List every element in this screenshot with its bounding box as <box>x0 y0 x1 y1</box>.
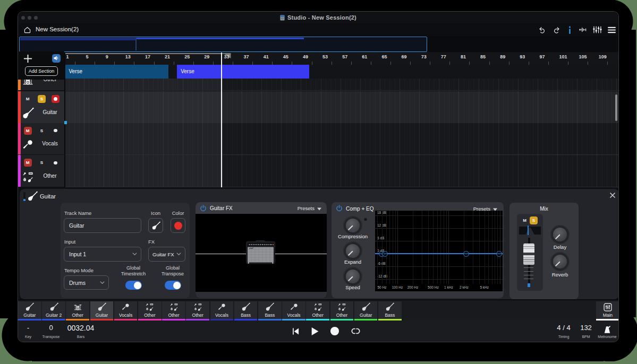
bars-label: Bars <box>77 335 84 339</box>
bar-ruler[interactable]: 1591317212529333741454953576165697377818… <box>64 52 619 65</box>
power-button[interactable] <box>336 205 343 212</box>
section-block[interactable]: Verse <box>177 65 309 79</box>
mute-button[interactable]: M <box>24 159 32 167</box>
eq-graph[interactable]: 18 dB12 dB6 dB0 dB-6 dB-12 dB50 Hz100 Hz… <box>375 211 503 291</box>
bars-value[interactable]: 0032.04 <box>67 324 95 332</box>
add-track-button[interactable] <box>23 54 32 63</box>
redo-button[interactable] <box>551 25 561 34</box>
input-select[interactable]: Input 1 <box>64 247 141 262</box>
track-resize-handle[interactable] <box>64 121 67 124</box>
track-tile[interactable]: Other <box>66 301 89 319</box>
track-tile[interactable]: Other <box>330 301 354 319</box>
icon-label: Icon <box>148 210 163 216</box>
overview-strip <box>18 36 618 52</box>
window-title-group: Studio - New Session(2) <box>18 12 618 23</box>
mix-solo-button[interactable]: S <box>530 216 538 224</box>
track-tile-strip: GuitarGuitar 2OtherGuitarVocalsOtherOthe… <box>18 299 618 320</box>
skip-to-start-button[interactable] <box>290 326 301 336</box>
guitar-icon <box>234 302 258 311</box>
level-meter <box>23 192 26 202</box>
playhead[interactable] <box>221 53 222 187</box>
global-timestretch-toggle[interactable] <box>125 281 142 290</box>
loop-button[interactable] <box>350 326 361 336</box>
track-tile[interactable]: Other <box>186 301 209 319</box>
delay-knob[interactable] <box>553 228 567 241</box>
track-tile[interactable]: Vocals <box>210 301 234 319</box>
timing-value[interactable]: 4 / 4 <box>557 324 570 332</box>
info-button[interactable] <box>565 25 574 34</box>
section-block[interactable]: Verse <box>65 65 169 79</box>
tile-label: Main <box>596 313 619 318</box>
track-color-button[interactable] <box>171 218 185 233</box>
transpose-value[interactable]: 0 <box>49 324 53 332</box>
speed-knob[interactable] <box>346 270 360 283</box>
section-lane[interactable]: VerseVerse <box>64 65 619 79</box>
solo-button[interactable]: S <box>38 127 46 135</box>
track-tile[interactable]: Other <box>306 301 329 319</box>
volume-fader[interactable] <box>523 244 534 265</box>
record-button[interactable] <box>52 159 60 167</box>
eq-band-node[interactable] <box>496 251 502 257</box>
power-button[interactable] <box>200 205 207 212</box>
main-tile[interactable]: Main <box>596 301 619 319</box>
desktop: Studio - New Session(2) New Session(2) <box>0 0 637 364</box>
mic-icon <box>210 302 234 311</box>
track-tile[interactable]: Guitar 2 <box>42 301 65 319</box>
track-tile[interactable]: Guitar <box>90 301 114 319</box>
add-section-button[interactable]: Add Section <box>25 66 58 76</box>
global-transpose-toggle[interactable] <box>165 281 181 290</box>
record-button[interactable] <box>52 127 60 135</box>
track-icon-button[interactable] <box>148 218 163 233</box>
play-button[interactable] <box>309 326 320 336</box>
tile-label: Other <box>162 313 185 318</box>
tempo-mode-select[interactable]: Drums <box>64 275 109 290</box>
song-overview[interactable] <box>19 37 427 52</box>
fx-select[interactable]: Guitar FX <box>148 247 185 262</box>
mute-button[interactable]: M <box>24 127 32 135</box>
expand-knob[interactable] <box>346 244 360 258</box>
timeline-row[interactable] <box>64 91 619 124</box>
solo-button[interactable]: S <box>38 95 46 103</box>
mute-button[interactable]: M <box>24 95 32 103</box>
track-tile[interactable]: Vocals <box>282 301 305 319</box>
track-tile[interactable]: Guitar <box>18 301 41 319</box>
eq-band-node[interactable] <box>463 251 469 257</box>
track-tile[interactable]: Other <box>162 301 185 319</box>
record-dot <box>54 97 58 101</box>
combo-icon <box>186 302 209 311</box>
reverb-knob[interactable] <box>553 255 567 268</box>
mix-mute-button[interactable]: M <box>521 216 529 224</box>
audio-editor-button[interactable] <box>578 25 588 34</box>
close-inspector-button[interactable] <box>609 192 616 198</box>
track-name-input[interactable]: Guitar <box>64 218 141 233</box>
bpm-value[interactable]: 132 <box>580 324 592 332</box>
tile-label: Bass <box>378 313 402 318</box>
eq-band-node[interactable] <box>382 251 388 257</box>
record-button[interactable] <box>52 95 60 103</box>
stop-button[interactable] <box>329 326 340 336</box>
track-header[interactable]: MSOther <box>18 155 64 187</box>
compression-knob[interactable] <box>346 219 360 232</box>
vertical-scrollbar[interactable] <box>615 94 617 121</box>
timeline-row[interactable] <box>64 155 619 187</box>
track-tile[interactable]: Other <box>138 301 162 319</box>
timeline-row[interactable] <box>64 123 619 155</box>
track-tile[interactable]: Bass <box>258 301 282 319</box>
track-tile[interactable]: Bass <box>234 301 258 319</box>
track-tile[interactable]: Bass <box>378 301 402 319</box>
solo-button[interactable]: S <box>38 159 46 167</box>
tile-label: Guitar <box>354 313 378 318</box>
track-tile[interactable]: Guitar <box>354 301 378 319</box>
pan-control[interactable] <box>519 227 541 235</box>
track-header[interactable]: MSVocals <box>18 123 64 155</box>
fx-presets-button[interactable]: Presets <box>298 205 321 211</box>
preview-button[interactable] <box>52 54 61 63</box>
undo-button[interactable] <box>537 25 547 34</box>
track-header[interactable]: MSGuitar <box>18 91 64 124</box>
desktop-edge-bottom <box>0 361 637 364</box>
mixer-button[interactable] <box>592 25 602 34</box>
track-tile[interactable]: Vocals <box>114 301 138 319</box>
ruler-bar-number: 45 <box>283 54 288 59</box>
guitar-fx-title: Guitar FX <box>210 205 233 211</box>
comp-eq-title: Comp + EQ <box>346 206 374 212</box>
